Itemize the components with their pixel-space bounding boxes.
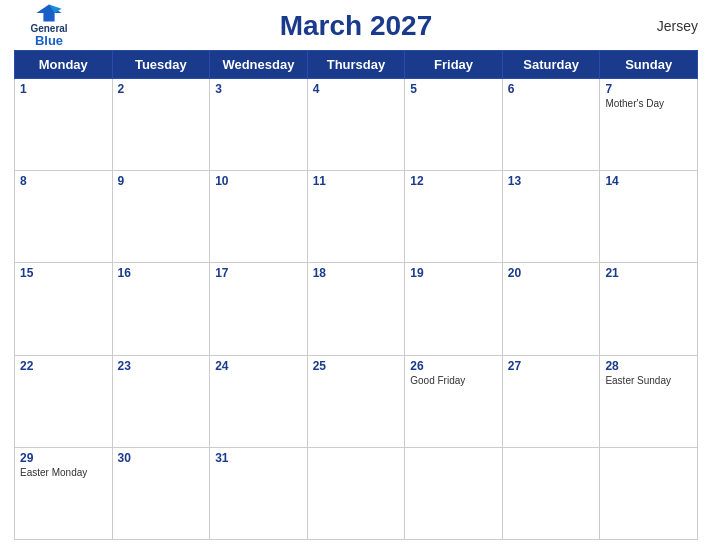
day-number: 29	[20, 451, 107, 465]
logo: General Blue	[14, 3, 84, 48]
table-row: 1	[15, 79, 113, 171]
table-row: 25	[307, 355, 405, 447]
table-row: 26Good Friday	[405, 355, 503, 447]
table-row: 13	[502, 171, 600, 263]
day-number: 12	[410, 174, 497, 188]
table-row: 9	[112, 171, 210, 263]
calendar-week-row: 2223242526Good Friday2728Easter Sunday	[15, 355, 698, 447]
logo-blue: Blue	[35, 34, 63, 48]
table-row: 17	[210, 263, 308, 355]
calendar-title: March 2027	[280, 10, 433, 42]
table-row: 10	[210, 171, 308, 263]
day-number: 4	[313, 82, 400, 96]
table-row: 5	[405, 79, 503, 171]
table-row: 22	[15, 355, 113, 447]
col-wednesday: Wednesday	[210, 51, 308, 79]
day-number: 16	[118, 266, 205, 280]
day-number: 8	[20, 174, 107, 188]
table-row: 12	[405, 171, 503, 263]
day-number: 17	[215, 266, 302, 280]
day-number: 26	[410, 359, 497, 373]
col-saturday: Saturday	[502, 51, 600, 79]
col-monday: Monday	[15, 51, 113, 79]
table-row: 29Easter Monday	[15, 447, 113, 539]
day-number: 2	[118, 82, 205, 96]
table-row: 8	[15, 171, 113, 263]
table-row: 15	[15, 263, 113, 355]
day-number: 1	[20, 82, 107, 96]
table-row: 7Mother's Day	[600, 79, 698, 171]
calendar-week-row: 891011121314	[15, 171, 698, 263]
table-row: 11	[307, 171, 405, 263]
day-number: 25	[313, 359, 400, 373]
table-row: 28Easter Sunday	[600, 355, 698, 447]
table-row: 27	[502, 355, 600, 447]
table-row: 31	[210, 447, 308, 539]
table-row: 21	[600, 263, 698, 355]
day-number: 6	[508, 82, 595, 96]
day-number: 24	[215, 359, 302, 373]
table-row: 20	[502, 263, 600, 355]
table-row: 24	[210, 355, 308, 447]
day-number: 19	[410, 266, 497, 280]
table-row: 19	[405, 263, 503, 355]
col-sunday: Sunday	[600, 51, 698, 79]
svg-marker-0	[36, 5, 61, 22]
day-number: 11	[313, 174, 400, 188]
day-event: Easter Monday	[20, 467, 107, 478]
day-number: 21	[605, 266, 692, 280]
day-event: Easter Sunday	[605, 375, 692, 386]
day-number: 9	[118, 174, 205, 188]
table-row	[600, 447, 698, 539]
day-event: Mother's Day	[605, 98, 692, 109]
logo-bird-icon	[35, 3, 63, 23]
day-number: 23	[118, 359, 205, 373]
table-row: 3	[210, 79, 308, 171]
day-number: 27	[508, 359, 595, 373]
day-number: 10	[215, 174, 302, 188]
table-row: 4	[307, 79, 405, 171]
table-row: 14	[600, 171, 698, 263]
day-number: 3	[215, 82, 302, 96]
day-event: Good Friday	[410, 375, 497, 386]
table-row: 16	[112, 263, 210, 355]
table-row	[502, 447, 600, 539]
table-row	[405, 447, 503, 539]
table-row: 23	[112, 355, 210, 447]
day-number: 31	[215, 451, 302, 465]
day-number: 7	[605, 82, 692, 96]
col-thursday: Thursday	[307, 51, 405, 79]
calendar-table: Monday Tuesday Wednesday Thursday Friday…	[14, 50, 698, 540]
calendar-wrapper: General Blue March 2027 Jersey Monday Tu…	[0, 0, 712, 550]
day-number: 22	[20, 359, 107, 373]
calendar-week-row: 15161718192021	[15, 263, 698, 355]
col-friday: Friday	[405, 51, 503, 79]
calendar-week-row: 29Easter Monday3031	[15, 447, 698, 539]
weekday-header-row: Monday Tuesday Wednesday Thursday Friday…	[15, 51, 698, 79]
day-number: 30	[118, 451, 205, 465]
calendar-header: General Blue March 2027 Jersey	[14, 10, 698, 42]
day-number: 20	[508, 266, 595, 280]
col-tuesday: Tuesday	[112, 51, 210, 79]
table-row: 2	[112, 79, 210, 171]
day-number: 18	[313, 266, 400, 280]
day-number: 5	[410, 82, 497, 96]
calendar-week-row: 1234567Mother's Day	[15, 79, 698, 171]
day-number: 28	[605, 359, 692, 373]
day-number: 14	[605, 174, 692, 188]
table-row: 18	[307, 263, 405, 355]
table-row: 6	[502, 79, 600, 171]
calendar-region: Jersey	[657, 18, 698, 34]
day-number: 15	[20, 266, 107, 280]
day-number: 13	[508, 174, 595, 188]
table-row	[307, 447, 405, 539]
table-row: 30	[112, 447, 210, 539]
